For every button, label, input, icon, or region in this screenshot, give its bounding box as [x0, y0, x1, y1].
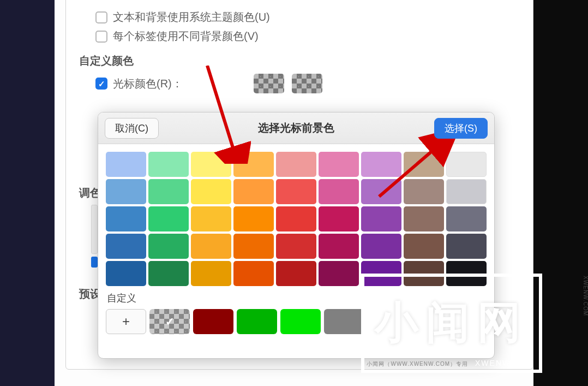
color-swatch[interactable] [446, 152, 487, 177]
option-label: 光标颜色(R)： [113, 76, 183, 91]
color-swatch[interactable] [319, 179, 359, 204]
custom-swatch[interactable] [237, 309, 277, 334]
checkbox-checked-icon[interactable] [95, 78, 107, 90]
color-swatch[interactable] [148, 261, 189, 286]
selection-peek [91, 257, 98, 268]
checkbox-unchecked-icon[interactable] [95, 31, 107, 43]
color-swatch[interactable] [191, 234, 231, 259]
dialog-header: 取消(C) 选择光标前景色 选择(S) [98, 112, 494, 144]
color-swatch[interactable] [404, 234, 444, 259]
custom-swatch[interactable] [280, 309, 321, 334]
color-swatch[interactable] [233, 261, 274, 286]
option-label: 文本和背景使用系统主题颜色(U) [113, 10, 270, 25]
option-system-theme[interactable]: 文本和背景使用系统主题颜色(U) [95, 10, 523, 25]
color-swatch[interactable] [191, 179, 231, 204]
frame-left [0, 0, 55, 386]
color-swatch[interactable] [106, 152, 146, 177]
color-swatch[interactable] [361, 206, 401, 231]
section-custom-colors: 自定义颜色 [79, 54, 523, 68]
color-swatch[interactable] [446, 234, 487, 259]
color-swatch[interactable] [319, 206, 359, 231]
color-swatch[interactable] [276, 152, 316, 177]
color-swatch[interactable] [191, 152, 231, 177]
color-swatch[interactable] [233, 179, 274, 204]
color-chip-transparent-1[interactable] [254, 74, 284, 93]
add-custom-color-button[interactable]: + [106, 309, 146, 334]
color-swatch[interactable] [361, 179, 401, 204]
color-swatch[interactable] [404, 206, 444, 231]
checkbox-unchecked-icon[interactable] [95, 11, 107, 23]
color-swatch[interactable] [276, 206, 316, 231]
watermark-side: XWENW.COM [581, 276, 588, 341]
color-swatch[interactable] [233, 234, 274, 259]
option-label: 每个标签使用不同背景颜色(V) [113, 29, 259, 44]
option-per-tab-bg[interactable]: 每个标签使用不同背景颜色(V) [95, 29, 523, 44]
color-swatch[interactable] [233, 206, 274, 231]
color-swatch[interactable] [233, 152, 274, 177]
color-swatch[interactable] [361, 152, 401, 177]
color-swatch[interactable] [106, 206, 146, 231]
frame-right [533, 0, 588, 386]
color-swatch[interactable] [148, 152, 189, 177]
option-cursor-color[interactable]: 光标颜色(R)： [95, 74, 523, 93]
color-chips [254, 74, 322, 93]
color-swatch[interactable] [148, 206, 189, 231]
select-button[interactable]: 选择(S) [434, 118, 488, 139]
panel-peek [91, 205, 98, 254]
color-swatch[interactable] [276, 234, 316, 259]
color-swatch[interactable] [191, 261, 231, 286]
color-swatch[interactable] [404, 152, 444, 177]
color-swatch[interactable] [319, 234, 359, 259]
settings-content: 文本和背景使用系统主题颜色(U) 每个标签使用不同背景颜色(V) 自定义颜色 光… [79, 5, 523, 98]
color-swatch[interactable] [276, 179, 316, 204]
watermark-box: 小闻网 XWENW.COM [364, 277, 539, 370]
color-swatch[interactable] [148, 179, 189, 204]
color-swatch[interactable] [106, 179, 146, 204]
custom-swatch[interactable] [193, 309, 233, 334]
color-chip-transparent-2[interactable] [292, 74, 322, 93]
color-swatch[interactable] [276, 261, 316, 286]
cancel-button[interactable]: 取消(C) [105, 118, 159, 139]
color-swatch[interactable] [404, 179, 444, 204]
color-swatch[interactable] [148, 234, 189, 259]
color-swatch[interactable] [446, 179, 487, 204]
watermark-text: 小闻网 [364, 277, 539, 370]
color-swatch[interactable] [361, 234, 401, 259]
custom-swatch[interactable] [324, 309, 364, 334]
color-swatch[interactable] [106, 261, 146, 286]
palette-grid [98, 144, 494, 288]
color-swatch[interactable] [319, 261, 359, 286]
custom-swatch-transparent[interactable] [149, 309, 190, 334]
color-swatch[interactable] [191, 206, 231, 231]
color-swatch[interactable] [446, 206, 487, 231]
color-swatch[interactable] [106, 234, 146, 259]
color-swatch[interactable] [319, 152, 359, 177]
watermark-footer: 小闻网（WWW.XWENW.COM）专用 [0, 360, 533, 367]
